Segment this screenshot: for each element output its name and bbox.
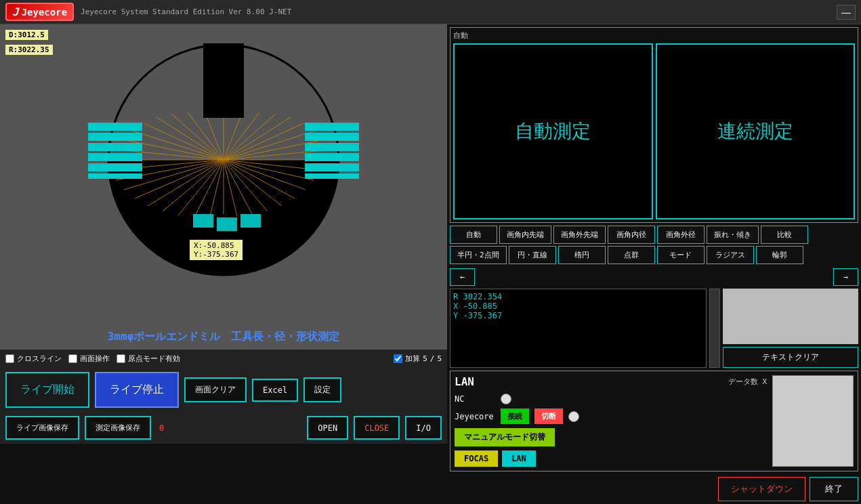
svg-rect-41 (88, 143, 142, 151)
data-count-label: データ数 (728, 377, 758, 387)
measure-btn-3[interactable]: 画角内径 (608, 226, 655, 244)
shutdown-button[interactable]: シャットダウン (718, 477, 805, 501)
svg-rect-47 (305, 143, 359, 151)
crossline-checkbox-group[interactable]: クロスライン (5, 354, 62, 364)
data-line3: Y -375.367 (453, 311, 703, 320)
measure-btn-2[interactable]: 画角外先端 (553, 226, 606, 244)
svg-rect-44 (88, 173, 142, 179)
bottom-action-buttons: シャットダウン 終了 (450, 477, 858, 501)
svg-rect-49 (305, 163, 359, 171)
data-count-value: X (762, 377, 767, 386)
auto-buttons: 自動測定 連続測定 (453, 43, 855, 219)
origin-mode-label: 原点モード有効 (128, 354, 180, 364)
close-button[interactable]: CLOSE (354, 416, 400, 440)
jeyecore-row: Jeyecore 接続 切断 (455, 408, 767, 424)
svg-rect-53 (240, 214, 261, 228)
focas-lan-row: FOCAS LAN (455, 450, 767, 467)
title-bar: J Jeyecore Jeyecore System Standard Edit… (0, 0, 861, 24)
controls-row: クロスライン 画面操作 原点モード有効 加算 5 / 5 (0, 350, 447, 368)
end-button[interactable]: 終了 (810, 477, 858, 501)
measure-save-button[interactable]: 測定画像保存 (85, 416, 151, 440)
measure-btn-1[interactable]: 画角内先端 (499, 226, 551, 244)
excel-button[interactable]: Excel (252, 379, 298, 402)
live-save-button[interactable]: ライブ画像保存 (5, 416, 79, 440)
add-label: 加算 (405, 354, 420, 364)
nav-back-button[interactable]: ← (450, 268, 475, 286)
scroll-bar[interactable] (709, 289, 720, 368)
screen-clear-button[interactable]: 画面クリア (184, 377, 247, 402)
screen-ops-checkbox[interactable] (68, 354, 77, 363)
jeyecore-label: Jeyecore (455, 412, 495, 421)
lan-display-area (772, 375, 854, 467)
right-panel: 自動 自動測定 連続測定 自動 画角内先端 画角外先端 画角内径 画角外径 振れ… (447, 24, 861, 504)
counter-value: 5 (423, 354, 427, 363)
counter-total: 5 (437, 354, 442, 363)
svg-rect-45 (305, 123, 359, 131)
measure-btn-12[interactable]: ラジアス (707, 246, 754, 264)
zero-label: 0 (159, 423, 164, 433)
svg-rect-40 (88, 133, 142, 141)
lan-left: LAN データ数 X NC Jeyecore 接続 切断 (455, 375, 767, 467)
image-preview (723, 289, 858, 344)
focas-button[interactable]: FOCAS (455, 450, 498, 467)
data-display: R 3022.354 X -50.885 Y -375.367 テキストクリア (450, 289, 858, 368)
d-label: D:3012.5 (5, 30, 48, 40)
measure-btn-8[interactable]: 円・直線 (509, 246, 556, 264)
measure-btn-10[interactable]: 点群 (608, 246, 655, 264)
svg-rect-54 (203, 43, 244, 118)
lan-title-row: LAN データ数 X (455, 375, 767, 388)
svg-rect-50 (305, 173, 359, 179)
manual-mode-button[interactable]: マニュアルモード切替 (455, 428, 555, 446)
bottom-buttons-row: ライブ画像保存 測定画像保存 0 OPEN CLOSE I/O (0, 412, 447, 444)
measure-btn-0[interactable]: 自動 (450, 226, 497, 244)
text-clear-button[interactable]: テキストクリア (723, 347, 858, 368)
version-text: Jeyecore System Standard Edition Ver 8.0… (81, 7, 837, 16)
auto-label: 自動 (453, 30, 855, 41)
nav-forward-button[interactable]: → (833, 268, 858, 286)
measure-btn-9[interactable]: 楕円 (558, 246, 606, 264)
left-panel: D:3012.5 R:3022.35 X:-50.885 Y:-375.367 … (0, 24, 447, 504)
continuous-measure-button[interactable]: 連続測定 (656, 43, 856, 219)
nc-row: NC (455, 394, 767, 404)
r-label: R:3022.35 (5, 45, 53, 55)
measure-btn-13[interactable]: 輪郭 (756, 246, 803, 264)
origin-mode-checkbox-group[interactable]: 原点モード有効 (117, 354, 180, 364)
auto-measure-button[interactable]: 自動測定 (453, 43, 653, 219)
auto-section: 自動 自動測定 連続測定 (450, 27, 858, 223)
lan-mode-button[interactable]: LAN (502, 450, 536, 467)
canvas-area: D:3012.5 R:3022.35 X:-50.885 Y:-375.367 … (0, 24, 447, 350)
minimize-button[interactable]: — (837, 5, 856, 20)
measure-btn-6[interactable]: 比較 (761, 226, 808, 244)
measure-btn-5[interactable]: 振れ・傾き (707, 226, 759, 244)
disconnect-button[interactable]: 切断 (534, 408, 563, 424)
app-logo: J Jeyecore (5, 3, 74, 21)
svg-rect-39 (88, 123, 142, 131)
manual-mode-row: マニュアルモード切替 (455, 428, 767, 446)
svg-rect-43 (88, 163, 142, 171)
svg-rect-52 (217, 217, 237, 231)
measure-buttons: 自動 画角内先端 画角外先端 画角内径 画角外径 振れ・傾き 比較 半円・2点間… (450, 226, 858, 264)
measure-btn-7[interactable]: 半円・2点間 (450, 246, 507, 264)
settings-button[interactable]: 設定 (303, 377, 341, 402)
jeyecore-status-circle (568, 411, 579, 422)
screen-ops-label: 画面操作 (80, 354, 110, 364)
svg-rect-51 (193, 214, 213, 228)
open-button[interactable]: OPEN (307, 416, 348, 440)
data-line2: X -50.885 (453, 301, 703, 311)
io-button[interactable]: I/O (405, 416, 442, 440)
measure-btn-11[interactable]: モード (657, 246, 705, 264)
connect-button[interactable]: 接続 (501, 408, 529, 424)
svg-rect-46 (305, 133, 359, 141)
live-start-button[interactable]: ライブ開始 (5, 372, 89, 408)
main-container: D:3012.5 R:3022.35 X:-50.885 Y:-375.367 … (0, 24, 861, 504)
crossline-checkbox[interactable] (5, 354, 14, 363)
measure-btn-4[interactable]: 画角外径 (657, 226, 705, 244)
origin-mode-checkbox[interactable] (117, 354, 125, 363)
svg-rect-48 (305, 153, 359, 161)
add-checkbox[interactable] (394, 354, 402, 363)
main-buttons-row: ライブ開始 ライブ停止 画面クリア Excel 設定 (0, 368, 447, 412)
live-stop-button[interactable]: ライブ停止 (95, 372, 179, 408)
screen-ops-checkbox-group[interactable]: 画面操作 (68, 354, 110, 364)
nc-status-circle (501, 394, 511, 404)
bottom-text: 3mmφボールエンドミル 工具長・径・形状測定 (0, 330, 447, 344)
